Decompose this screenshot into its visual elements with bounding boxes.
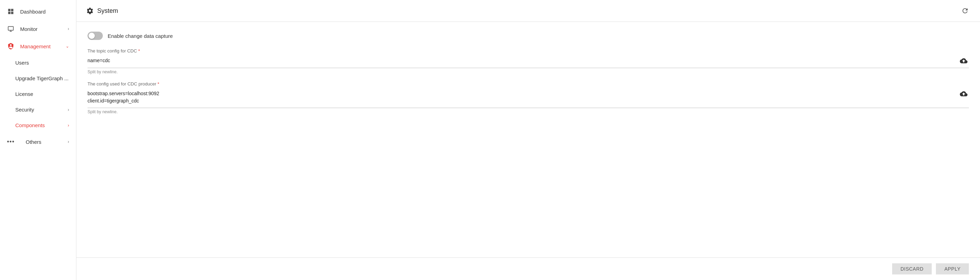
components-chevron-icon: › (68, 123, 69, 128)
dashboard-icon (7, 8, 14, 15)
apply-button[interactable]: APPLY (936, 263, 969, 274)
sidebar-item-dashboard[interactable]: Dashboard (0, 3, 76, 20)
sidebar-item-users[interactable]: Users (0, 55, 76, 70)
monitor-chevron-icon: › (68, 26, 69, 31)
cdc-producer-label: The config used for CDC producer * (88, 81, 969, 86)
topic-config-hint: Split by newline. (88, 70, 969, 74)
management-chevron-icon: ⌄ (66, 44, 69, 49)
sidebar-item-users-label: Users (15, 60, 69, 66)
sidebar-item-others-label: Others (26, 139, 68, 145)
sidebar-item-management-label: Management (20, 43, 66, 49)
discard-button[interactable]: DISCARD (892, 263, 932, 274)
sidebar-item-security[interactable]: Security › (0, 102, 76, 118)
topic-config-label: The topic config for CDC * (88, 48, 969, 54)
page-header: System (76, 0, 980, 22)
security-chevron-icon: › (68, 107, 69, 112)
sidebar-item-monitor[interactable]: Monitor › (0, 20, 76, 38)
main-content: System Enable change data capture The to… (76, 0, 980, 280)
topic-config-upload-button[interactable] (958, 56, 969, 66)
sidebar: Dashboard Monitor › Management ⌄ Users U… (0, 0, 76, 280)
sidebar-item-management[interactable]: Management ⌄ (0, 38, 76, 55)
others-chevron-icon: › (68, 139, 69, 144)
sidebar-item-license[interactable]: License (0, 86, 76, 102)
cdc-producer-textarea-wrapper: bootstrap.servers=localhost:9092 client.… (88, 89, 969, 108)
topic-config-textarea-wrapper: name=cdc (88, 56, 969, 68)
management-icon (7, 42, 14, 50)
action-bar: DISCARD APPLY (76, 258, 980, 280)
sidebar-item-upgrade-label: Upgrade TigerGraph ... (15, 75, 69, 81)
sidebar-item-license-label: License (15, 91, 69, 97)
cdc-producer-field-group: The config used for CDC producer * boots… (88, 81, 969, 114)
cdc-toggle[interactable] (88, 32, 103, 40)
sidebar-item-dashboard-label: Dashboard (20, 9, 69, 14)
topic-config-field-group: The topic config for CDC * name=cdc Spli… (88, 48, 969, 74)
sidebar-item-components[interactable]: Components › (0, 118, 76, 133)
monitor-icon (7, 25, 14, 33)
topic-config-input[interactable]: name=cdc (88, 56, 969, 68)
cdc-producer-input[interactable]: bootstrap.servers=localhost:9092 client.… (88, 89, 969, 108)
sidebar-item-monitor-label: Monitor (20, 26, 68, 32)
dots-icon: ••• (7, 138, 14, 146)
refresh-button[interactable] (960, 6, 970, 16)
toggle-label: Enable change data capture (108, 33, 173, 39)
sidebar-item-upgrade[interactable]: Upgrade TigerGraph ... (0, 70, 76, 86)
required-marker-2: * (156, 81, 159, 86)
cdc-producer-upload-button[interactable] (958, 89, 969, 99)
content-area: Enable change data capture The topic con… (76, 22, 980, 258)
gear-icon (86, 7, 94, 14)
sidebar-item-others[interactable]: ••• Others › (0, 133, 76, 150)
cdc-producer-hint: Split by newline. (88, 110, 969, 114)
page-title: System (97, 7, 118, 14)
toggle-row: Enable change data capture (88, 32, 969, 40)
sidebar-item-components-label: Components (15, 122, 68, 128)
sidebar-item-security-label: Security (15, 107, 68, 113)
required-marker: * (137, 48, 140, 54)
